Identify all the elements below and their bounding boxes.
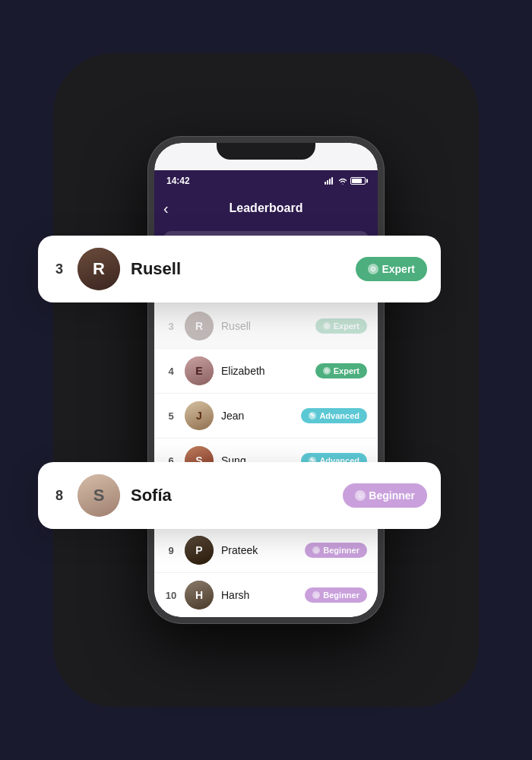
sofia-name: Sofía: [131, 486, 332, 505]
avatar: J: [185, 401, 214, 430]
phone-status-bar: 14:42: [154, 170, 378, 192]
badge-icon: ⊙: [323, 367, 331, 375]
back-button[interactable]: ‹: [163, 200, 169, 217]
user-name: Harsh: [221, 589, 297, 601]
user-name: Jean: [221, 410, 293, 422]
phone-notch: [217, 143, 315, 160]
avatar: P: [185, 536, 214, 565]
rank-badge: ✎ Advanced: [301, 408, 367, 423]
list-item[interactable]: 4 E Elizabeth ⊙ Expert: [154, 349, 378, 394]
status-time: 14:42: [166, 176, 190, 186]
list-item[interactable]: 3 R Rusell ⊙ Expert: [154, 304, 378, 349]
sofia-badge: ☺ Beginner: [343, 483, 427, 508]
user-name: Prateek: [221, 544, 297, 556]
list-item[interactable]: 9 P Prateek ☺ Beginner: [154, 528, 378, 573]
avatar: R: [185, 312, 214, 340]
sofia-avatar: S: [78, 474, 120, 517]
nav-bar: ‹ Leaderboard: [154, 192, 378, 225]
rusell-avatar: R: [78, 248, 120, 290]
list-item[interactable]: 10 H Harsh ☺ Beginner: [154, 573, 378, 617]
user-name: Elizabeth: [221, 365, 308, 377]
rank-label: 5: [165, 410, 177, 422]
rusell-badge: ⊙ Expert: [356, 257, 427, 281]
floating-card-rusell: 3 R Rusell ⊙ Expert: [38, 236, 441, 302]
phone-frame: 14:42: [148, 137, 384, 623]
status-icons: [325, 174, 366, 188]
user-name: Rusell: [221, 320, 308, 332]
rusell-rank: 3: [52, 261, 67, 277]
rank-badge: ⊙ Expert: [315, 363, 367, 378]
rank-badge: ☺ Beginner: [305, 587, 367, 603]
rank-label: 3: [165, 321, 177, 332]
rusell-name: Rusell: [131, 259, 345, 279]
list-item[interactable]: 5 J Jean ✎ Advanced: [154, 394, 378, 439]
avatar: E: [185, 356, 214, 385]
badge-icon: ⊙: [323, 322, 331, 330]
rusell-badge-icon: ⊙: [368, 264, 378, 274]
rank-label: 10: [165, 590, 177, 601]
rank-label: 9: [165, 545, 177, 556]
badge-icon: ☺: [312, 591, 320, 599]
volume-up-button: [148, 211, 149, 236]
signal-icon: [325, 177, 333, 185]
battery-icon: [350, 177, 366, 185]
floating-card-sofia: 8 S Sofía ☺ Beginner: [38, 462, 441, 529]
rank-label: 4: [165, 366, 177, 377]
nav-title: Leaderboard: [230, 201, 303, 215]
sofia-badge-icon: ☺: [355, 490, 366, 501]
badge-icon: ✎: [309, 412, 316, 420]
wifi-icon: [337, 174, 348, 188]
rank-badge: ☺ Beginner: [305, 543, 367, 558]
rank-badge: ⊙ Expert: [315, 318, 367, 334]
sofia-rank: 8: [52, 488, 67, 504]
phone-screen: 14:42: [154, 143, 378, 617]
leaderboard-list: 1 M Mat ⊙ Expert 3 R Rusell: [154, 259, 378, 617]
badge-icon: ☺: [312, 546, 320, 554]
avatar: H: [185, 581, 214, 610]
